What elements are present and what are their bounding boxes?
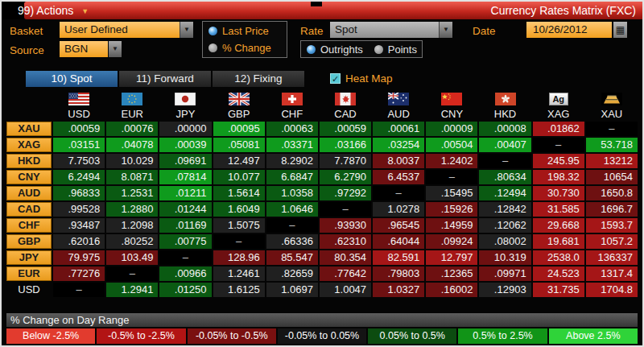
rate-cell: .07814: [159, 170, 211, 184]
rate-cell: 82.591: [373, 250, 424, 265]
rate-cell: 1650.8: [586, 186, 638, 200]
rate-cell: .93930: [320, 218, 371, 233]
rate-cell: .15495: [426, 186, 477, 200]
radio-icon: [208, 27, 217, 35]
rate-cell: 1057.2: [586, 234, 638, 249]
row-header-aud[interactable]: AUD: [6, 186, 52, 200]
rate-cell: .12062: [479, 218, 530, 233]
rate-cell: –: [373, 186, 424, 200]
legend-range-0-05-to-0-05: -0.05% to 0.05%: [278, 328, 366, 344]
rate-cell: 1.5614: [213, 186, 265, 200]
rate-cell: 80.354: [320, 250, 371, 265]
legend-range-0-05-to-0-5: -0.05% to -0.5%: [188, 328, 276, 344]
rate-cell: 1.6049: [213, 202, 265, 217]
rate-cell: 245.95: [533, 154, 584, 168]
rate-select[interactable]: Spot ▼: [330, 22, 452, 38]
flag-au-icon: [373, 92, 424, 106]
rate-cell: .01250: [159, 283, 211, 297]
rate-cell: .03166: [320, 138, 371, 152]
legend-range-0-05-to-0-5: 0.05% to 0.5%: [368, 328, 456, 344]
rate-cell: 1317.4: [586, 266, 638, 281]
rate-cell: 6.2494: [53, 170, 105, 184]
flag-us-icon: [53, 92, 105, 106]
rate-cell: 1.2461: [213, 266, 265, 281]
rate-cell: .99528: [53, 202, 105, 217]
rate-cell: 10654: [586, 170, 638, 184]
row-header-usd: USD: [6, 283, 52, 297]
tab-12-fixing[interactable]: 12) Fixing: [213, 71, 304, 87]
rate-cell: .08002: [479, 234, 530, 249]
rate-cell: 103.49: [106, 250, 158, 265]
rate-cell: .05081: [213, 138, 265, 152]
row-header-jpy[interactable]: JPY: [6, 250, 52, 265]
date-field[interactable]: 10/26/2012: [526, 22, 612, 38]
tab-10-spot[interactable]: 10) Spot: [26, 71, 118, 87]
actions-menu-button[interactable]: 99) Actions▼: [13, 2, 93, 19]
basket-select[interactable]: User Defined ▼: [60, 22, 193, 38]
radio-label: Last Price: [222, 25, 269, 37]
chevron-down-icon[interactable]: ▼: [439, 22, 452, 38]
radio-points[interactable]: Points: [374, 43, 417, 56]
rate-cell: 1.2402: [426, 154, 477, 168]
rate-label: Rate: [300, 25, 324, 37]
heat-map-checkbox[interactable]: ✓: [330, 73, 341, 84]
rate-cell: .09924: [426, 234, 477, 249]
rate-select-value: Spot: [335, 23, 357, 35]
row-header-chf[interactable]: CHF: [6, 218, 52, 233]
rate-cell: 1704.8: [586, 283, 638, 297]
rate-cell: .97292: [320, 186, 371, 200]
row-header-cny[interactable]: CNY: [6, 170, 52, 184]
rate-cell: –: [586, 122, 638, 136]
legend-ranges: Below -2.5%-0.5% to -2.5%-0.05% to -0.5%…: [6, 328, 638, 344]
calendar-icon[interactable]: ▦: [613, 22, 627, 38]
rate-cell: –: [53, 283, 105, 297]
rate-cell: 19.681: [533, 234, 584, 249]
rate-cell: 1.2880: [106, 202, 158, 217]
rate-cell: .80634: [479, 170, 530, 184]
column-header-cny: CNY: [426, 108, 477, 120]
row-header-gbp[interactable]: GBP: [6, 234, 52, 249]
basket-label: Basket: [10, 25, 43, 37]
column-header-chf: CHF: [266, 108, 318, 120]
radio-icon: [307, 45, 316, 54]
legend-range-0-5-to-2-5: -0.5% to -2.5%: [97, 328, 185, 344]
tab-11-forward[interactable]: 11) Forward: [119, 71, 211, 87]
source-select[interactable]: BGN: [60, 41, 108, 57]
rate-cell: .12842: [479, 202, 530, 217]
flag-eu-icon: [106, 92, 158, 106]
rate-cell: –: [479, 154, 530, 168]
rate-cell: .00076: [106, 122, 158, 136]
rate-cell: .79803: [373, 266, 424, 281]
rate-cell: 6.4537: [373, 170, 424, 184]
radio-outrights[interactable]: Outrights: [307, 43, 363, 56]
row-header-xau[interactable]: XAU: [6, 122, 52, 136]
radio-label: Points: [388, 43, 417, 56]
rate-cell: .00039: [159, 138, 211, 152]
chevron-down-icon[interactable]: ▼: [109, 41, 122, 57]
rate-cell: 1.0047: [320, 283, 371, 297]
chevron-down-icon[interactable]: ▼: [180, 22, 193, 38]
rate-cell: 136337: [586, 250, 638, 265]
rate-cell: .00059: [53, 122, 105, 136]
controls-panel: Basket User Defined ▼ Last Price% Change…: [2, 19, 642, 69]
row-header-eur[interactable]: EUR: [6, 266, 52, 281]
row-header-xag[interactable]: XAG: [6, 138, 52, 152]
row-header-cad[interactable]: CAD: [6, 202, 52, 217]
radio-change[interactable]: % Change: [208, 42, 281, 54]
radio-last-price[interactable]: Last Price: [208, 25, 281, 37]
rates-matrix: AgUSDEURJPYGBPCHFCADAUDCNYHKDXAGXAUXAU.0…: [6, 92, 638, 297]
rate-cell: .00063: [266, 122, 318, 136]
flag-ch-icon: [266, 92, 318, 106]
row-header-hkd[interactable]: HKD: [6, 154, 52, 168]
rate-cell: .00407: [479, 138, 530, 152]
column-header-cad: CAD: [320, 108, 371, 120]
rate-cell: 53.718: [586, 138, 638, 152]
rate-cell: –: [320, 202, 371, 217]
rate-cell: 1.6125: [213, 283, 265, 297]
heat-map-label: Heat Map: [345, 72, 393, 85]
radio-label: Outrights: [320, 43, 363, 56]
rate-cell: .62310: [320, 234, 371, 249]
rate-cell: .12365: [426, 266, 477, 281]
rate-cell: .12494: [479, 186, 530, 200]
rate-cell: 31.585: [533, 202, 584, 217]
